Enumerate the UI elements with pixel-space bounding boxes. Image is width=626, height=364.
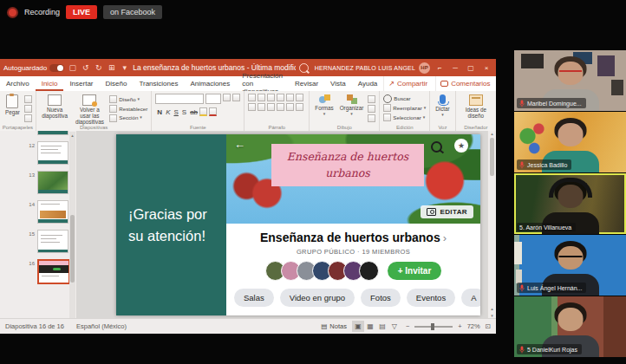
participant-video-luis[interactable]: Luis Ángel Hernán... [514,235,626,296]
strikethrough-button[interactable]: ab [188,108,199,116]
tab-presentacion[interactable]: Presentación con diapositivas [236,76,289,91]
participant-video-aaron-active-speaker[interactable]: 5. Aarón Villanueva [514,173,626,234]
paste-button[interactable]: Pegar [3,94,22,116]
ribbon-options-icon[interactable]: ⌐ [434,64,446,72]
new-slide-button[interactable]: Nueva diapositiva [40,94,70,120]
text-direction-icon[interactable] [296,94,303,101]
fit-to-window-icon[interactable]: ⊡ [486,322,491,330]
avatar[interactable]: HP [419,62,430,74]
tab-transiciones[interactable]: Transiciones [133,76,184,91]
slide-thumbnail-12[interactable] [37,141,68,165]
participant-video-daniel[interactable]: 5 DanielKuri Rojas [514,296,626,357]
line-spacing-icon[interactable] [286,94,294,101]
dictate-button[interactable]: Dictar ▾ [434,94,451,119]
zoom-slider[interactable] [414,326,453,328]
highlight-color-icon[interactable] [199,107,207,116]
current-slide[interactable]: ¡Gracias por su atención! ← ★ Enseñanza … [116,134,480,315]
shrink-font-icon[interactable] [232,94,240,101]
thumbnail-scrollbar[interactable]: ▴ [69,132,75,318]
slideshow-icon[interactable]: ⊞ [107,63,116,72]
grow-font-icon[interactable] [223,94,231,101]
indent-decrease-icon[interactable] [267,94,275,101]
autosave-toggle[interactable]: Autoguardado [3,64,64,72]
replace-button[interactable]: Reemplazar▾ [383,104,426,113]
save-icon[interactable]: ▢ [68,63,77,72]
copy-icon[interactable] [24,105,32,113]
shape-fill-icon[interactable] [368,95,375,103]
select-button[interactable]: Seleccionar▾ [383,114,426,122]
redo-icon[interactable]: ↻ [94,63,103,72]
numbering-icon[interactable] [258,94,265,101]
view-slideshow-button[interactable]: ▽ [388,321,401,332]
zoom-level[interactable]: 72% [467,322,480,330]
bold-button[interactable]: N [155,108,164,116]
font-size-input[interactable] [205,94,221,104]
tab-revisar[interactable]: Revisar [289,76,324,91]
tab-animaciones[interactable]: Animaciones [184,76,236,91]
slide-thumbnail-15[interactable] [37,230,68,253]
reset-button[interactable]: Restablecer [109,105,147,114]
participant-video-jessica[interactable]: Jessica Badillo [514,112,626,172]
notes-button[interactable]: ▤ Notas [321,322,347,332]
group-paragraph: Párrafo [245,91,310,131]
canvas-scrollbar[interactable]: ▴ ▴ ▾ [487,131,496,319]
muted-mic-icon [519,346,525,354]
minimize-button[interactable]: ─ [449,64,461,72]
zoom-slider-knob[interactable] [431,323,434,330]
participant-video-maribel[interactable]: Maribel Domingue... [514,50,626,111]
tab-diseno[interactable]: Diseño [100,76,134,91]
cut-icon[interactable] [24,95,32,103]
tab-vista[interactable]: Vista [324,76,352,91]
justify-icon[interactable] [277,103,284,111]
shadow-button[interactable]: S [180,108,188,116]
format-painter-icon[interactable] [24,114,32,122]
zoom-out-button[interactable]: − [406,322,409,330]
view-sorter-button[interactable]: ▦ [364,321,376,332]
smartart-icon[interactable] [296,103,303,111]
share-button[interactable]: ↗ Compartir [383,76,432,91]
reuse-slides-button[interactable]: Volver a usar las diapositivas [72,94,107,127]
scrollbar-thumb[interactable] [70,215,75,283]
scrollbar-thumb[interactable] [490,138,494,176]
shape-effects-icon[interactable] [368,114,375,122]
view-normal-button[interactable]: ▣ [352,321,364,332]
slide-thumbnail-partial[interactable] [37,131,68,135]
scroll-up-icon[interactable]: ▴ [69,132,75,139]
search-icon[interactable] [299,63,309,73]
view-reading-button[interactable]: ▤ [376,321,388,332]
scroll-up-icon[interactable]: ▴ [491,131,493,136]
slide-thumbnail-13[interactable] [37,171,68,194]
comments-button[interactable]: Comentarios [435,76,494,91]
tab-inicio[interactable]: Inicio [36,76,64,91]
restore-button[interactable]: ▢ [465,64,477,72]
bullets-icon[interactable] [248,94,256,101]
close-button[interactable]: × [480,64,492,72]
align-right-icon[interactable] [267,103,275,111]
slide-thumbnail-16-selected[interactable] [37,259,70,284]
indent-increase-icon[interactable] [277,94,284,101]
layout-button[interactable]: Diseño▾ [109,95,147,104]
zoom-in-button[interactable]: + [458,322,461,330]
shapes-button[interactable]: Formas ▾ [313,94,335,118]
shape-outline-icon[interactable] [368,105,375,113]
language-indicator[interactable]: Español (México) [76,322,127,330]
design-ideas-button[interactable]: Ideas de diseño [460,94,492,120]
tab-ayuda[interactable]: Ayuda [352,76,384,91]
underline-button[interactable]: S [172,108,179,116]
align-left-icon[interactable] [248,103,256,111]
slide-thumbnail-14[interactable] [37,200,68,224]
previous-slide-icon[interactable]: ▴ [491,305,493,312]
slide-canvas[interactable]: ¡Gracias por su atención! ← ★ Enseñanza … [77,131,496,319]
italic-button[interactable]: K [164,108,172,116]
font-color-icon[interactable] [209,107,217,116]
find-button[interactable]: Buscar [383,94,426,103]
quickaccess-caret-icon[interactable]: ▾ [120,63,129,72]
arrange-button[interactable]: Organizar ▾ [338,94,366,118]
undo-icon[interactable]: ↺ [81,63,90,72]
align-center-icon[interactable] [258,103,265,111]
tab-archivo[interactable]: Archivo [0,76,36,91]
tab-insertar[interactable]: Insertar [63,76,99,91]
columns-icon[interactable] [286,103,294,111]
font-name-input[interactable] [155,94,204,104]
section-button[interactable]: Sección▾ [109,114,147,122]
